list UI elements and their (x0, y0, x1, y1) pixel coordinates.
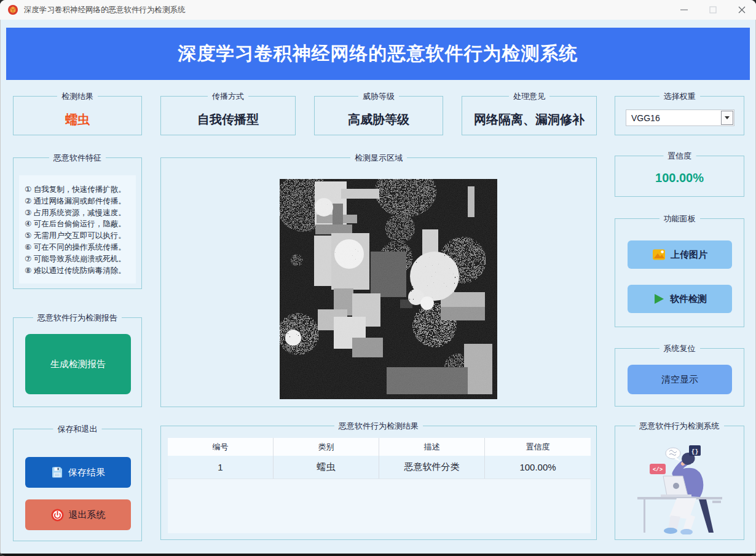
cell-confidence: 100.00% (485, 456, 591, 479)
feature-item: ⑧ 难以通过传统防病毒清除。 (25, 265, 136, 277)
feature-item: ③ 占用系统资源，减慢速度。 (25, 207, 136, 219)
panel-illustration-label: 恶意软件行为检测系统 (636, 421, 724, 431)
col-header-category: 类别 (274, 438, 379, 456)
results-table: 编号 类别 描述 置信度 1 蠕虫 恶意软件分类 100.00% (168, 438, 591, 533)
clear-display-label: 清空显示 (661, 374, 698, 386)
chevron-down-icon[interactable] (721, 111, 733, 125)
software-detect-label: 软件检测 (670, 293, 707, 305)
panel-save-exit-label: 保存和退出 (53, 424, 102, 434)
panel-weight-select-label: 选择权重 (660, 91, 700, 101)
panel-display-area: 检测显示区域 (160, 157, 597, 407)
app-window: 深度学习卷积神经网络的恶意软件行为检测系统 深度学习卷积神经网络的恶意软件行为检… (0, 0, 756, 556)
results-table-header: 编号 类别 描述 置信度 (168, 438, 591, 456)
feature-item: ⑤ 无需用户交互即可以执行。 (25, 230, 136, 242)
cell-category: 蠕虫 (274, 456, 379, 479)
panel-detection-result: 检测结果 蠕虫 (13, 96, 142, 135)
svg-text:</>: </> (653, 467, 663, 473)
titlebar[interactable]: 深度学习卷积神经网络的恶意软件行为检测系统 (0, 0, 756, 20)
handling-advice-value: 网络隔离、漏洞修补 (462, 111, 596, 128)
panel-detection-result-label: 检测结果 (57, 91, 98, 101)
panel-threat-level: 威胁等级 高威胁等级 (314, 96, 443, 135)
detection-result-value: 蠕虫 (14, 111, 141, 128)
panel-malware-features-label: 恶意软件特征 (49, 153, 106, 163)
weight-combobox[interactable]: VGG16 (626, 109, 734, 126)
panel-results-table-label: 恶意软件行为检测结果 (334, 421, 423, 431)
col-header-description: 描述 (379, 438, 485, 456)
panel-illustration: 恶意软件行为检测系统 (615, 426, 744, 540)
table-row[interactable]: 1 蠕虫 恶意软件分类 100.00% (168, 456, 591, 479)
clear-display-button[interactable]: 清空显示 (628, 365, 732, 394)
panel-spread-mode-label: 传播方式 (208, 91, 248, 101)
panel-report: 恶意软件行为检测报告 生成检测报告 (13, 317, 142, 407)
save-result-button[interactable]: 保存结果 (25, 457, 131, 488)
detection-image (280, 179, 497, 399)
confidence-value: 100.00% (615, 171, 744, 185)
floppy-disk-icon (51, 466, 63, 479)
header-banner: 深度学习卷积神经网络的恶意软件行为检测系统 (6, 28, 750, 80)
feature-item: ② 通过网络漏洞或邮件传播。 (25, 196, 136, 207)
exit-system-label: 退出系统 (69, 509, 106, 521)
cell-description: 恶意软件分类 (379, 456, 485, 479)
software-detect-button[interactable]: 软件检测 (628, 285, 732, 313)
panel-handling-advice: 处理意见 网络隔离、漏洞修补 (462, 96, 597, 135)
panel-handling-advice-label: 处理意见 (509, 91, 549, 101)
cell-id: 1 (168, 456, 274, 479)
power-icon (51, 509, 64, 522)
malware-features-list: ① 自我复制，快速传播扩散。 ② 通过网络漏洞或邮件传播。 ③ 占用系统资源，减… (19, 175, 136, 284)
panel-report-label: 恶意软件行为检测报告 (33, 312, 122, 323)
svg-text:{}: {} (691, 448, 698, 455)
panel-confidence-label: 置信度 (663, 151, 696, 161)
code-badge: </> (650, 464, 666, 474)
play-icon (653, 293, 665, 305)
braces-badge: {} (689, 445, 701, 456)
feature-item: ④ 可在后台偷偷运行，隐蔽。 (25, 218, 136, 230)
panel-save-exit: 保存和退出 保存结果 (13, 429, 142, 541)
window-title: 深度学习卷积神经网络的恶意软件行为检测系统 (24, 5, 186, 15)
spread-mode-value: 自我传播型 (161, 111, 295, 128)
col-header-id: 编号 (168, 438, 274, 456)
upload-image-label: 上传图片 (671, 249, 707, 261)
feature-item: ① 自我复制，快速传播扩散。 (25, 184, 136, 196)
coder-illustration: </> {} (634, 441, 726, 534)
image-icon (652, 248, 666, 261)
panel-functions-label: 功能面板 (660, 213, 700, 224)
close-button[interactable] (736, 4, 747, 15)
panel-display-area-label: 检测显示区域 (350, 153, 407, 163)
feature-item: ⑥ 可在不同的操作系统传播。 (25, 242, 136, 253)
panel-reset-label: 系统复位 (660, 343, 700, 354)
window-bottom-edge (0, 554, 756, 556)
upload-image-button[interactable]: 上传图片 (628, 240, 732, 269)
exit-system-button[interactable]: 退出系统 (25, 499, 131, 530)
save-result-label: 保存结果 (68, 467, 105, 479)
generate-report-button[interactable]: 生成检测报告 (25, 334, 131, 394)
minimize-button[interactable] (679, 4, 690, 15)
maximize-button[interactable] (707, 4, 719, 15)
app-icon (7, 4, 18, 15)
threat-level-value: 高威胁等级 (315, 111, 443, 128)
generate-report-label: 生成检测报告 (50, 359, 106, 370)
panel-confidence: 置信度 100.00% (615, 156, 744, 197)
page-title: 深度学习卷积神经网络的恶意软件行为检测系统 (178, 41, 578, 66)
panel-spread-mode: 传播方式 自我传播型 (160, 96, 296, 135)
panel-results-table: 恶意软件行为检测结果 编号 类别 描述 置信度 1 蠕虫 恶意软件分类 100.… (160, 426, 597, 540)
panel-threat-level-label: 威胁等级 (358, 91, 399, 101)
panel-reset: 系统复位 清空显示 (615, 348, 744, 407)
panel-weight-select: 选择权重 VGG16 (615, 96, 744, 135)
feature-item: ⑦ 可能导致系统崩溃或死机。 (25, 253, 136, 265)
col-header-confidence: 置信度 (485, 438, 591, 456)
weight-combobox-value: VGG16 (626, 113, 660, 123)
panel-malware-features: 恶意软件特征 ① 自我复制，快速传播扩散。 ② 通过网络漏洞或邮件传播。 ③ 占… (13, 157, 142, 289)
panel-functions: 功能面板 上传图片 软件检测 (615, 218, 744, 327)
